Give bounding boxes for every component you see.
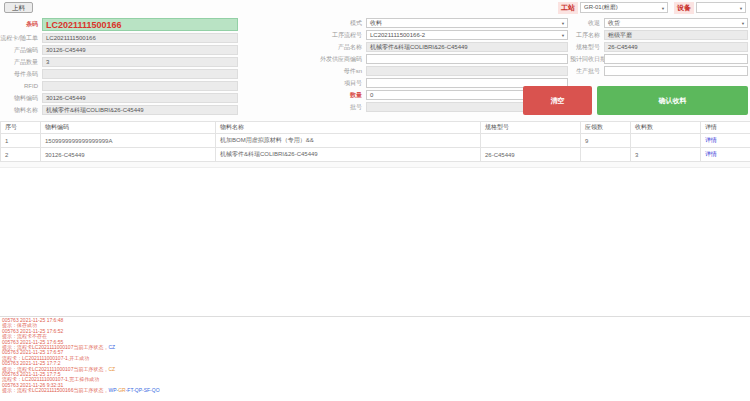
station-value: GR-01(粗磨) [584,3,618,12]
field-label: 工序流程号 [240,31,366,40]
field-middle-7: 批号 [240,102,570,112]
table-cell [631,134,701,148]
field-value: 30126-C45449 [46,47,86,53]
field-label: 产品编码 [0,46,42,55]
field-right-2: 规格型号26-C45449 [570,42,750,52]
field-input [366,66,568,76]
field-value: LC2021111500166 [46,35,96,41]
empty-area [0,168,750,316]
field-input: 30126-C45449 [42,45,238,55]
field-input [42,69,238,79]
field-input: LC2021111500166 [42,33,238,43]
detail-link[interactable]: 详情 [705,137,717,143]
upload-material-button[interactable]: 上料 [4,2,33,13]
field-label: 物料编码 [0,94,42,103]
form-column-middle: 模式收料▼工序流程号LC2021111500166-2▼产品名称机械零件&科瑞C… [240,18,570,117]
log-status-code: GR [118,387,126,393]
field-input[interactable] [604,54,748,64]
field-select[interactable]: LC2021111500166-2▼ [366,30,568,40]
column-header: 物料编码 [41,122,216,134]
field-value: 机械零件&科瑞COLIBRI&26-C45449 [370,43,468,52]
field-value: LC2021111500166-2 [370,32,425,38]
log-status-code: CZ [108,366,115,372]
field-input [42,81,238,91]
field-label: 产品名称 [240,43,366,52]
field-input[interactable] [366,54,568,64]
chevron-down-icon: ▼ [739,5,743,10]
field-input: 机械零件&科瑞COLIBRI&26-C45449 [42,105,238,115]
field-input[interactable] [604,66,748,76]
field-label: 产品数量 [0,58,42,67]
field-label: 数量 [240,91,366,100]
detail-link[interactable]: 详情 [705,151,717,157]
field-value: 粗级平磨 [608,31,632,40]
column-header: 规格型号 [481,122,581,134]
log-line: 提示：流程卡LC2021111500166当前工序状态，WP-GR-FT-QP-… [2,388,748,393]
barcode-input[interactable]: LC2021111500166 [42,18,238,31]
field-label: 生产批号 [570,67,604,76]
field-left-1: 流程卡/随工单LC2021111500166 [0,33,240,43]
clear-button[interactable]: 清空 [523,86,592,115]
chevron-down-icon: ▼ [561,21,565,26]
chevron-down-icon: ▼ [661,5,665,10]
station-label: 工站 [558,2,578,14]
column-header: 详情 [701,122,750,134]
field-left-0: 条码LC2021111500166 [0,18,240,31]
header-bar: 上料 工站 GR-01(粗磨) ▼ 设备 ▼ [0,0,750,15]
field-label: 条码 [0,20,42,29]
field-middle-6: 数量0 [240,90,570,100]
table-row: 11509999999999999999A机加BOM用虚拟原材料（专用）&&9详… [1,134,750,148]
field-input: 26-C45449 [604,42,748,52]
log-area: 005763 2021-11-25 17:6:48提示：保存成功005763 2… [0,316,750,393]
field-label: 工序名称 [570,31,604,40]
field-select[interactable]: 收料▼ [366,18,568,28]
form-column-left: 条码LC2021111500166流程卡/随工单LC2021111500166产… [0,18,240,117]
field-input: 机械零件&科瑞COLIBRI&26-C45449 [366,42,568,52]
table-body: 11509999999999999999A机加BOM用虚拟原材料（专用）&&9详… [1,134,750,162]
log-status-code: WP- [108,387,118,393]
field-middle-0: 模式收料▼ [240,18,570,28]
field-input: 3 [42,57,238,67]
field-label: 项目号 [240,79,366,88]
field-right-3: 预计回收日期 [570,54,750,64]
column-header: 物料名称 [216,122,481,134]
field-value: LC2021111500166 [46,20,122,30]
column-header: 收料数 [631,122,701,134]
confirm-receive-button[interactable]: 确认收料 [597,86,748,115]
field-select[interactable]: 收货▼ [604,18,748,28]
field-middle-1: 工序流程号LC2021111500166-2▼ [240,30,570,40]
table-cell: 机加BOM用虚拟原材料（专用）&& [216,134,481,148]
field-input: 粗级平磨 [604,30,748,40]
field-left-6: 物料编码30126-C45449 [0,93,240,103]
table-header-row: 序号物料编码物料名称规格型号应领数收料数详情 [1,122,750,134]
field-value: 26-C45449 [608,44,638,50]
log-status-code: -FT-QP-SF-QO [126,387,160,393]
table-cell: 1 [1,134,41,148]
table-cell: 2 [1,148,41,162]
field-middle-5: 项目号 [240,78,570,88]
field-left-2: 产品编码30126-C45449 [0,45,240,55]
field-label: 模式 [240,19,366,28]
table-cell [481,134,581,148]
field-label: 母件条码 [0,70,42,79]
station-select[interactable]: GR-01(粗磨) ▼ [580,2,668,13]
table-cell: 30126-C45449 [41,148,216,162]
material-table: 序号物料编码物料名称规格型号应领数收料数详情 11509999999999999… [0,121,750,162]
device-select[interactable]: ▼ [696,2,746,13]
field-value: 收料 [370,19,382,28]
column-header: 应领数 [581,122,631,134]
field-value: 收货 [608,19,620,28]
field-label: 收退 [570,19,604,28]
table-row: 230126-C45449机械零件&科瑞COLIBRI&26-C4544926-… [1,148,750,162]
field-middle-3: 外发供应商编码 [240,54,570,64]
field-label: 批号 [240,103,366,112]
field-value: 30126-C45449 [46,95,86,101]
field-value: 机械零件&科瑞COLIBRI&26-C45449 [46,106,144,115]
table-cell: 9 [581,134,631,148]
field-middle-2: 产品名称机械零件&科瑞COLIBRI&26-C45449 [240,42,570,52]
field-left-7: 物料名称机械零件&科瑞COLIBRI&26-C45449 [0,105,240,115]
field-label: 规格型号 [570,43,604,52]
field-label: 流程卡/随工单 [0,34,42,43]
field-middle-4: 母件sn [240,66,570,76]
field-label: 预计回收日期 [570,55,604,64]
